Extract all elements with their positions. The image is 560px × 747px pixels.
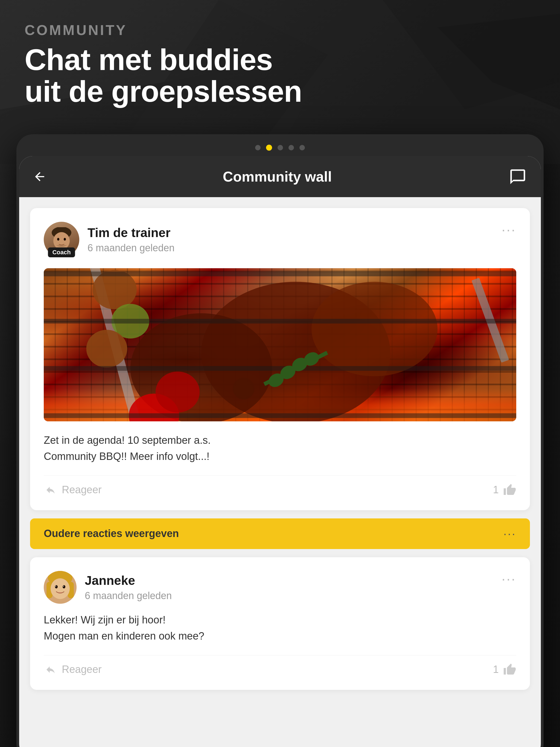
reply-more-button[interactable]: ··· [502,571,516,587]
reply-avatar [44,571,77,604]
reply-like-section: 1 [493,663,516,676]
reply-like-count: 1 [493,664,499,675]
reply-text-line1: Lekker! Wij zijn er bij hoor! [44,614,166,626]
dot-1[interactable] [255,145,261,150]
dot-5[interactable] [299,145,305,150]
reply-reply-button[interactable]: Reageer [44,664,102,675]
post-text: Zet in de agenda! 10 september a.s. Comm… [44,432,516,465]
reply-text: Lekker! Wij zijn er bij hoor! Mogen man … [44,612,516,644]
svg-point-10 [64,238,66,241]
svg-point-37 [63,586,64,587]
reply-button[interactable]: Reageer [44,484,102,496]
dot-4[interactable] [288,145,294,150]
reply-footer: Reageer 1 [44,655,516,676]
svg-point-17 [86,330,127,367]
post-footer: Reageer 1 [44,475,516,496]
reply-author-name: Janneke [85,573,172,588]
app-screen: Community wall [19,156,541,747]
chat-icon[interactable] [508,167,527,186]
header-section: COMMUNITY Chat met buddies uit de groeps… [0,0,560,123]
reply-icon [44,485,57,495]
like-count: 1 [493,484,499,496]
reply-card: Janneke 6 maanden geleden ··· Lekker! Wi… [30,557,530,690]
reply-author: Janneke 6 maanden geleden [44,571,172,604]
headline-line1: Chat met buddies [25,44,535,75]
back-button[interactable] [33,170,47,183]
older-reactions-label: Oudere reacties weergeven [44,528,179,539]
svg-point-35 [62,585,65,588]
headline-line2: uit de groepslessen [25,75,535,107]
reply-header: Janneke 6 maanden geleden ··· [44,571,516,604]
coach-badge: Coach [48,248,75,257]
reply-like-icon[interactable] [503,663,516,676]
author-name: Tim de trainer [87,225,175,240]
like-section: 1 [493,483,516,496]
reply-text-line2: Mogen man en kinderen ook mee? [44,630,204,642]
reply-reply-label: Reageer [62,664,102,675]
svg-point-12 [311,282,437,377]
post-card-main: Coach Tim de trainer 6 maanden geleden ·… [30,208,530,510]
dot-3[interactable] [278,145,283,150]
author-avatar-wrapper: Coach [44,222,79,257]
pagination-dots [19,137,541,156]
svg-point-33 [51,578,70,599]
bbq-image [44,268,516,421]
post-author: Coach Tim de trainer 6 maanden geleden [44,222,175,257]
svg-point-36 [55,586,56,587]
app-header: Community wall [19,156,541,197]
post-text-line2: Community BBQ!! Meer info volgt...! [44,450,209,462]
reply-label: Reageer [62,484,102,496]
reply-time: 6 maanden geleden [85,590,172,601]
svg-point-19 [156,371,200,413]
page-headline: Chat met buddies uit de groepslessen [25,44,535,107]
svg-point-9 [57,238,59,241]
older-reactions-more: ··· [503,527,516,540]
dot-2-active[interactable] [266,145,272,151]
content-area: Coach Tim de trainer 6 maanden geleden ·… [19,197,541,701]
reply-reply-icon [44,664,57,675]
post-text-line1: Zet in de agenda! 10 september a.s. [44,435,211,446]
post-header: Coach Tim de trainer 6 maanden geleden ·… [44,222,516,257]
post-more-button[interactable]: ··· [502,222,516,238]
svg-point-34 [55,585,58,588]
reply-author-info: Janneke 6 maanden geleden [85,573,172,601]
section-label: COMMUNITY [25,22,535,38]
like-icon[interactable] [503,483,516,496]
author-info: Tim de trainer 6 maanden geleden [87,225,175,254]
app-title: Community wall [223,169,332,185]
older-reactions-banner[interactable]: Oudere reacties weergeven ··· [30,518,530,549]
tablet-frame: Community wall [17,134,543,747]
post-time: 6 maanden geleden [87,242,175,254]
